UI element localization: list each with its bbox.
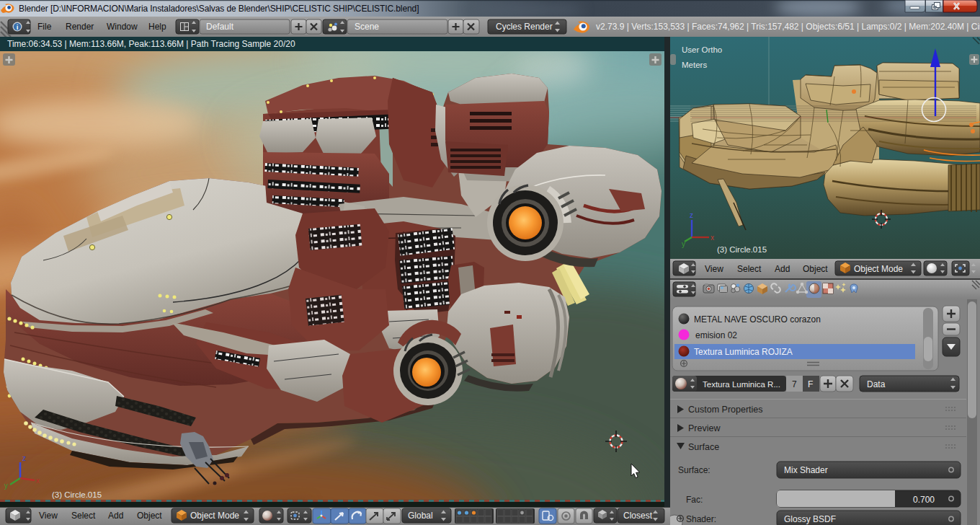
svg-text:Object: Object [137,511,162,521]
svg-text:y: y [4,482,8,490]
svg-text:Custom Properties: Custom Properties [688,405,763,415]
svg-text:z: z [690,211,693,219]
svg-text:Scene: Scene [355,22,379,32]
svg-text:z: z [22,454,26,462]
svg-text:Shader:: Shader: [686,514,716,524]
svg-text:v2.73.9 | Verts:153,533 | Face: v2.73.9 | Verts:153,533 | Faces:74,962 |… [596,22,980,32]
svg-text:Add: Add [775,264,790,274]
svg-text:Closest: Closest [623,511,653,521]
svg-text:Preview: Preview [688,423,721,433]
svg-text:View: View [39,511,58,521]
svg-text:Surface: Surface [688,442,719,452]
svg-text:y: y [682,240,685,248]
svg-text:Select: Select [71,511,96,521]
svg-text:x: x [710,234,714,242]
svg-text:Default: Default [206,22,234,32]
svg-text:(3) Circle.015: (3) Circle.015 [717,245,767,254]
svg-text:Add: Add [108,511,123,521]
svg-text:emision 02: emision 02 [695,330,737,340]
svg-text:Cycles Render: Cycles Render [496,22,553,32]
svg-text:7: 7 [792,379,797,389]
svg-text:x: x [36,477,40,485]
svg-text:User Ortho: User Ortho [682,45,722,54]
svg-text:Global: Global [408,511,433,521]
svg-text:0.700: 0.700 [913,495,935,505]
svg-text:F: F [808,379,813,389]
svg-text:(3) Circle.015: (3) Circle.015 [52,490,102,499]
svg-text:Data: Data [867,379,886,389]
svg-text:Select: Select [737,264,762,274]
svg-text:METAL NAVE OSCURO corazon: METAL NAVE OSCURO corazon [694,314,821,325]
svg-text:Textura Luminica ROJIZA: Textura Luminica ROJIZA [694,347,793,357]
svg-text:i: i [17,23,19,31]
svg-text:Fac:: Fac: [686,495,703,505]
svg-text:Glossy BSDF: Glossy BSDF [784,514,836,524]
svg-text:Mix Shader: Mix Shader [784,465,828,475]
svg-text:View: View [705,264,723,274]
svg-text:Object: Object [803,264,828,274]
svg-text:Surface:: Surface: [678,465,710,475]
svg-text:Object Mode: Object Mode [190,511,239,521]
svg-text:Object Mode: Object Mode [854,264,903,274]
svg-text:Textura Luminica R...: Textura Luminica R... [703,380,780,389]
svg-text:Meters: Meters [682,61,707,69]
